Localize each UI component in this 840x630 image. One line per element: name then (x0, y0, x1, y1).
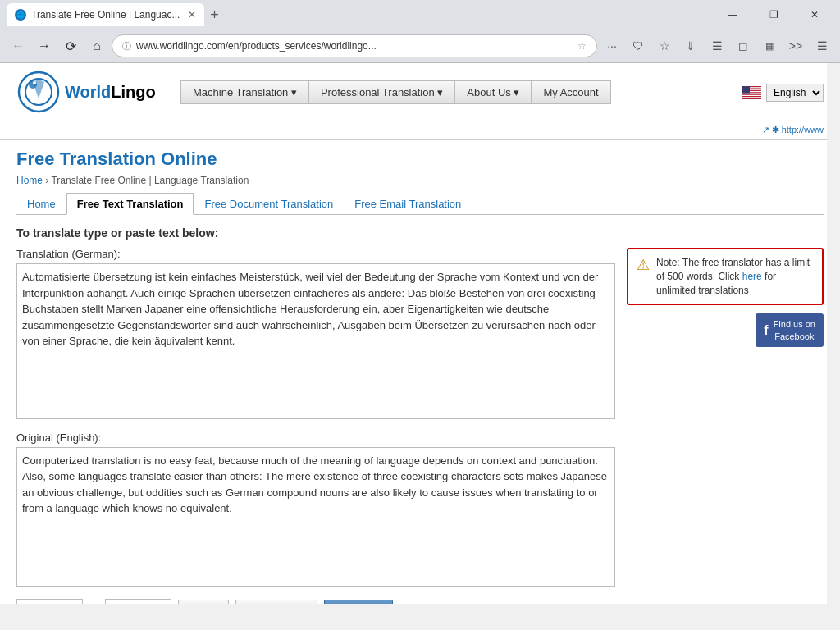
page-content: WorldLingo Machine Translation ▾ Profess… (0, 62, 840, 604)
star-icon-btn[interactable]: ☆ (653, 34, 676, 57)
header-lang-select[interactable]: English (766, 84, 824, 102)
library-icon-btn[interactable]: ☰ (705, 34, 728, 57)
header-second-row: ↗ ✱ http://www (0, 121, 840, 139)
to-lang-select[interactable]: German English French Spanish (105, 599, 171, 605)
logo-text: WorldLingo (65, 83, 156, 102)
tabs-row: Home Free Text Translation Free Document… (16, 193, 824, 215)
menu-button[interactable]: ☰ (810, 34, 833, 57)
original-label: Original (English): (16, 431, 615, 444)
address-bar[interactable]: ⓘ www.worldlingo.com/en/products_service… (112, 34, 597, 57)
translation-textarea[interactable]: Automatisierte übersetzung ist kein einf… (16, 263, 615, 419)
minimize-button[interactable]: — (714, 3, 751, 26)
logo-world: World (65, 83, 111, 101)
sync-icon-btn[interactable]: ◻ (732, 34, 755, 57)
nav-machine-translation-label: Machine Translation ▾ (193, 86, 297, 98)
page-wrapper: WorldLingo Machine Translation ▾ Profess… (0, 63, 840, 604)
svg-rect-11 (742, 86, 750, 94)
nav-my-account[interactable]: My Account (531, 80, 610, 104)
header-top: WorldLingo Machine Translation ▾ Profess… (0, 63, 840, 121)
toolbar-icons: ··· 🛡 ☆ ⇓ ☰ ◻ ▦ >> ☰ (600, 34, 833, 57)
tab-free-email[interactable]: Free Email Translation (344, 193, 472, 215)
tab-home[interactable]: Home (16, 193, 66, 215)
facebook-text: Find us on Facebook (774, 318, 815, 342)
translate-button[interactable]: Translate (324, 600, 393, 605)
shield-icon-btn[interactable]: 🛡 (627, 34, 650, 57)
nav-about-us-label: About Us ▾ (467, 86, 519, 98)
nav-my-account-label: My Account (543, 86, 598, 98)
site-header: WorldLingo Machine Translation ▾ Profess… (0, 63, 840, 140)
home-button[interactable]: ⌂ (85, 34, 108, 57)
window-controls: — ❐ ✕ (714, 3, 833, 26)
fb-find-text: Find us on (774, 319, 815, 329)
bookmark-icon: ☆ (578, 40, 587, 52)
lock-icon: ⓘ (122, 40, 131, 52)
breadcrumb-sep: › (45, 175, 48, 186)
to-label: to (89, 604, 98, 605)
svg-rect-10 (742, 97, 761, 98)
nav-about-us[interactable]: About Us ▾ (454, 80, 531, 104)
tab-close-button[interactable]: ✕ (188, 9, 196, 21)
facebook-icon: f (764, 323, 768, 338)
extension-icon-btn[interactable]: ▦ (758, 34, 781, 57)
controls-row: English German French Spanish to German … (16, 599, 824, 605)
external-link-hint: ↗ ✱ http://www (762, 125, 824, 135)
facebook-button[interactable]: f Find us on Facebook (756, 313, 824, 347)
from-lang-select[interactable]: English German French Spanish (16, 599, 83, 605)
note-link[interactable]: here (742, 271, 762, 282)
original-textarea[interactable]: Computerized translation is no easy feat… (16, 447, 615, 587)
logo-icon (16, 70, 62, 115)
move-boxes-button[interactable]: Move boxes (235, 600, 317, 605)
browser-window: 🌐 Translate Free Online | Languac... ✕ +… (0, 0, 840, 604)
breadcrumb-current: Translate Free Online | Language Transla… (51, 175, 249, 186)
external-link-text: ✱ http://www (772, 125, 824, 135)
overflow-icon-btn[interactable]: >> (784, 34, 807, 57)
tab-title: Translate Free Online | Languac... (31, 9, 180, 21)
browser-toolbar: ← → ⟳ ⌂ ⓘ www.worldlingo.com/en/products… (0, 30, 840, 62)
refresh-button[interactable]: ⟳ (59, 34, 82, 57)
nav-machine-translation[interactable]: Machine Translation ▾ (180, 80, 308, 104)
download-icon-btn[interactable]: ⇓ (679, 34, 702, 57)
note-text-before: Note: The free translator has a limit of… (656, 257, 810, 282)
breadcrumb: Home › Translate Free Online | Language … (16, 175, 824, 186)
new-tab-button[interactable]: + (204, 5, 224, 25)
tab-free-doc[interactable]: Free Document Translation (194, 193, 344, 215)
maximize-button[interactable]: ❐ (755, 3, 792, 26)
translation-label: Translation (German): (16, 248, 615, 260)
back-button[interactable]: ← (7, 34, 30, 57)
svg-point-3 (33, 81, 36, 84)
header-lang: English (742, 84, 824, 102)
titlebar: 🌐 Translate Free Online | Languac... ✕ +… (0, 0, 840, 30)
svg-point-2 (29, 80, 37, 89)
note-text: Note: The free translator has a limit of… (656, 256, 814, 297)
tab-free-text[interactable]: Free Text Translation (66, 193, 194, 215)
forward-button[interactable]: → (33, 34, 56, 57)
us-flag-icon (742, 86, 761, 99)
swap-button[interactable]: Swap (178, 600, 230, 605)
active-tab[interactable]: 🌐 Translate Free Online | Languac... ✕ (7, 3, 204, 26)
external-link-icon: ↗ (762, 125, 769, 135)
page-body: Free Translation Online Home › Translate… (0, 140, 840, 604)
warning-icon: ⚠ (637, 256, 650, 274)
breadcrumb-home[interactable]: Home (16, 175, 43, 186)
page-title: Free Translation Online (16, 148, 824, 170)
logo-area: WorldLingo (16, 70, 164, 115)
main-nav: Machine Translation ▾ Professional Trans… (180, 80, 742, 104)
note-box: ⚠ Note: The free translator has a limit … (627, 248, 824, 305)
right-panel: ⚠ Note: The free translator has a limit … (627, 248, 824, 589)
fb-name-text: Facebook (774, 331, 814, 341)
nav-professional-translation[interactable]: Professional Translation ▾ (308, 80, 454, 104)
facebook-section: f Find us on Facebook (627, 313, 824, 347)
left-panel: Translation (German): Automatisierte übe… (16, 248, 615, 589)
nav-professional-translation-label: Professional Translation ▾ (321, 86, 443, 98)
close-button[interactable]: ✕ (796, 3, 833, 26)
translation-area: Translation (German): Automatisierte übe… (16, 248, 824, 589)
translate-instruction: To translate type or paste text below: (16, 226, 824, 240)
url-text: www.worldlingo.com/en/products_services/… (136, 40, 573, 52)
logo-lingo: Lingo (111, 83, 155, 101)
tab-favicon: 🌐 (15, 9, 26, 21)
more-button[interactable]: ··· (600, 34, 623, 57)
svg-rect-9 (742, 94, 761, 95)
